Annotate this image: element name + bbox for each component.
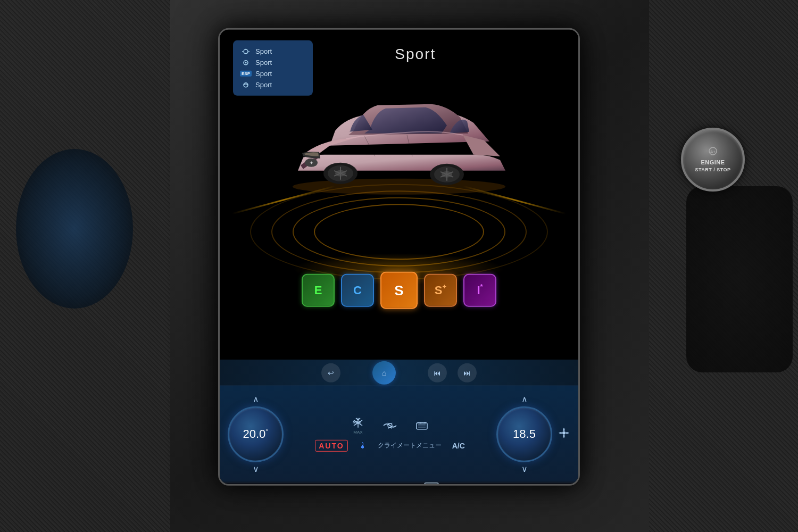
left-temp-unit: ° (265, 427, 268, 435)
airflow-icon[interactable] (381, 420, 398, 431)
drive-mode-sport-plus-button[interactable]: S+ (424, 274, 457, 307)
svg-point-25 (562, 431, 566, 434)
car-image: ✦ (271, 83, 527, 200)
sport-plus-superscript: + (443, 282, 447, 290)
right-temp-value: 18.5 (513, 428, 536, 440)
car-interior: A+ ENGINE START / STOP Sport Sport (0, 0, 798, 532)
drive-mode-sport-button[interactable]: S (380, 272, 418, 309)
drive-mode-title: Sport (395, 46, 436, 63)
ac-button[interactable]: A/C (452, 441, 465, 450)
main-display-screen: Sport Sport Sport ESP (218, 28, 580, 486)
svg-text:MAX: MAX (353, 420, 361, 423)
climate-icons-row: MAX MAX (351, 417, 429, 434)
hazard-warning-button[interactable]: ! (383, 483, 401, 486)
engine-settings-icon (240, 47, 251, 55)
rear-defrost-icon[interactable]: REAR (414, 420, 429, 431)
parking-button[interactable]: P (300, 484, 317, 486)
media-next-button[interactable]: ⏭ (458, 363, 477, 382)
drive-mode-buttons: E C S S+ I* (302, 272, 496, 309)
svg-point-6 (293, 179, 505, 195)
drive-mode-individual-button[interactable]: I* (463, 274, 496, 307)
right-temp-column: ∧ 18.5 ∨ (496, 395, 552, 473)
car-settings-button[interactable] (340, 484, 359, 486)
drive-mode-eco-button[interactable]: E (302, 274, 335, 307)
esp-mode-label: Sport (255, 70, 272, 78)
svg-point-4 (245, 62, 247, 63)
vent-left (16, 149, 133, 309)
suspension-mode-label: Sport (255, 59, 272, 66)
ring-inner (314, 204, 484, 260)
suspension-settings-icon (240, 59, 251, 66)
auto-climate-label[interactable]: AUTO (315, 439, 347, 451)
climate-bottom-row: AUTO 🌡 クライメートメニュー A/C (289, 439, 491, 451)
right-temp-down-button[interactable]: ∨ (521, 464, 528, 473)
climate-control-area: ↩ ⌂ ⏮ ⏭ ∧ 20.0° ∨ (220, 360, 578, 482)
esp-badge: ESP (240, 71, 252, 77)
engine-start-stop-button[interactable]: A+ ENGINE START / STOP (681, 128, 745, 192)
climate-controls-row: ∧ 20.0° ∨ (220, 386, 578, 482)
bottom-control-bar: ◄ DYNAMIC ► P (220, 482, 578, 486)
media-prev-button[interactable]: ⏮ (428, 363, 447, 382)
max-defrost-label: MAX (353, 429, 362, 434)
home-button[interactable]: ⌂ (372, 361, 396, 384)
max-defrost-icon[interactable]: MAX MAX (351, 417, 365, 434)
settings-row-suspension: Sport (240, 57, 305, 68)
thermometer-icon: 🌡 (359, 440, 367, 450)
left-temp-value: 20.0° (243, 428, 268, 440)
power-button[interactable] (462, 483, 478, 486)
svg-text:✦: ✦ (310, 161, 313, 165)
engine-mode-label: Sport (255, 47, 272, 55)
fan-icon[interactable] (558, 426, 570, 442)
esp-settings-icon: ESP (240, 70, 251, 77)
back-button[interactable]: ↩ (321, 363, 340, 382)
left-temp-up-button[interactable]: ∧ (253, 395, 259, 403)
left-temp-down-button[interactable]: ∨ (253, 464, 259, 473)
mute-button[interactable] (501, 484, 517, 486)
right-temp-up-button[interactable]: ∧ (521, 395, 528, 403)
svg-text:A+: A+ (710, 149, 716, 154)
settings-row-engine: Sport (240, 46, 305, 57)
climate-center-controls: MAX MAX (289, 417, 491, 451)
svg-text:REAR: REAR (418, 421, 427, 425)
right-temperature-dial[interactable]: 18.5 (496, 406, 552, 462)
settings-row-esp: ESP Sport (240, 68, 305, 79)
engine-button-text: ENGINE START / STOP (695, 159, 730, 173)
svg-point-2 (244, 49, 248, 53)
drive-mode-comfort-button[interactable]: C (341, 274, 374, 307)
climate-menu-label[interactable]: クライメートメニュー (378, 441, 442, 450)
navigation-bar: ↩ ⌂ ⏮ ⏭ (220, 360, 578, 386)
screenshot-button[interactable] (424, 483, 439, 486)
individual-superscript: * (480, 282, 483, 290)
car-visualization: ✦ (220, 83, 578, 317)
left-temperature-dial[interactable]: 20.0° (228, 406, 284, 462)
engine-button-container: A+ ENGINE START / STOP (681, 128, 745, 192)
screen-top-area: Sport Sport Sport ESP (220, 30, 578, 360)
left-temp-column: ∧ 20.0° ∨ (228, 395, 284, 473)
vent-right (686, 186, 793, 372)
engine-icon: A+ (705, 146, 721, 157)
